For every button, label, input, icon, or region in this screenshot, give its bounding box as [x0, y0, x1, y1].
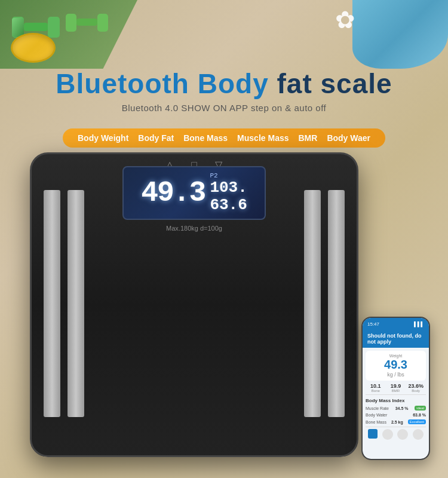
tag-body-fat: Body Fat: [138, 133, 174, 143]
phone-data-row-bone: Bone Mass 2.5 kg Excellent: [366, 418, 426, 425]
phone-signal: ▌▌▌: [414, 321, 424, 327]
phone-metric-body: 23.6% Body: [406, 383, 426, 393]
phone-header: Should not found, do not apply: [363, 330, 429, 348]
towel-decoration: [352, 0, 448, 69]
phone-nav-icon-4: [413, 429, 424, 440]
lcd-side-val-1: 103.: [210, 179, 247, 197]
phone-body: Weight 49.3 kg / lbs 10.1 Bone 19.9 BMR …: [363, 348, 429, 445]
tag-muscle-mass: Muscle Mass: [237, 133, 289, 143]
lcd-side-val-2: 63.6: [210, 197, 247, 214]
phone-nav-icon-2: [382, 429, 393, 440]
phone-metric-bone: 10.1 Bone: [366, 383, 386, 393]
title-fat-scale: fat scale: [277, 68, 392, 99]
svg-rect-2: [24, 23, 48, 31]
phone-icon-row: [366, 427, 426, 442]
phone-status-bar: 15:47 ▌▌▌: [363, 318, 429, 330]
phone-weight-unit: kg / lbs: [369, 372, 423, 378]
title-bluetooth: Bluetooth Body: [56, 68, 268, 99]
phone-weight-value: 49.3: [369, 358, 423, 372]
tag-bone-mass: Bone Mass: [183, 133, 228, 143]
feature-tags-bar: Body Weight Body Fat Bone Mass Muscle Ma…: [63, 128, 385, 148]
phone-header-text: Should not found, do not apply: [367, 333, 424, 345]
electrode-strip-3: [328, 190, 345, 417]
electrode-strip-1: [44, 190, 60, 417]
svg-rect-4: [66, 14, 76, 32]
subtitle-text: Bluetooth 4.0 SHOW ON APP step on & auto…: [0, 103, 448, 113]
phone-metric-bmr: 19.9 BMR: [386, 383, 406, 393]
phone-weight-label: Weight: [369, 354, 423, 358]
tag-body-water: Body Waer: [327, 133, 370, 143]
phone-data-row-water: Body Water 63.8 %: [366, 412, 426, 418]
phone-nav-icon-3: [397, 429, 408, 440]
scale-device: △ □ ▽ 49.3 P2 103. 63.6 Max.180kg d=100g: [30, 152, 358, 457]
phone-time: 15:47: [367, 321, 379, 327]
lcd-main-weight: 49.3: [141, 177, 205, 209]
phone-metrics-row: 10.1 Bone 19.9 BMR 23.6% Body: [366, 383, 426, 393]
phone-divider-1: [366, 394, 426, 395]
tag-body-weight: Body Weight: [78, 133, 128, 143]
max-weight-text: Max.180kg d=100g: [166, 225, 222, 232]
electrode-strip-4: [304, 190, 321, 417]
electrode-strip-2: [67, 190, 84, 417]
phone-bmi-title: Body Mass Index: [366, 397, 426, 405]
svg-rect-3: [48, 17, 60, 38]
tag-bmr: BMR: [298, 133, 317, 143]
phone-weight-display: Weight 49.3 kg / lbs: [366, 351, 426, 381]
flower-decoration: ✿: [335, 6, 355, 33]
smartphone-device: 15:47 ▌▌▌ Should not found, do not apply…: [361, 317, 430, 460]
phone-nav-icon-1: [368, 429, 378, 439]
lcd-display: 49.3 P2 103. 63.6: [122, 166, 266, 220]
svg-rect-5: [76, 19, 97, 26]
title-area: Bluetooth Body fat scale Bluetooth 4.0 S…: [0, 69, 448, 113]
tape-measure: [11, 33, 56, 63]
phone-data-row-muscle: Muscle Rate 34.5 % ideal: [366, 405, 426, 412]
phone-screen: 15:47 ▌▌▌ Should not found, do not apply…: [363, 318, 429, 459]
svg-rect-6: [97, 14, 108, 32]
